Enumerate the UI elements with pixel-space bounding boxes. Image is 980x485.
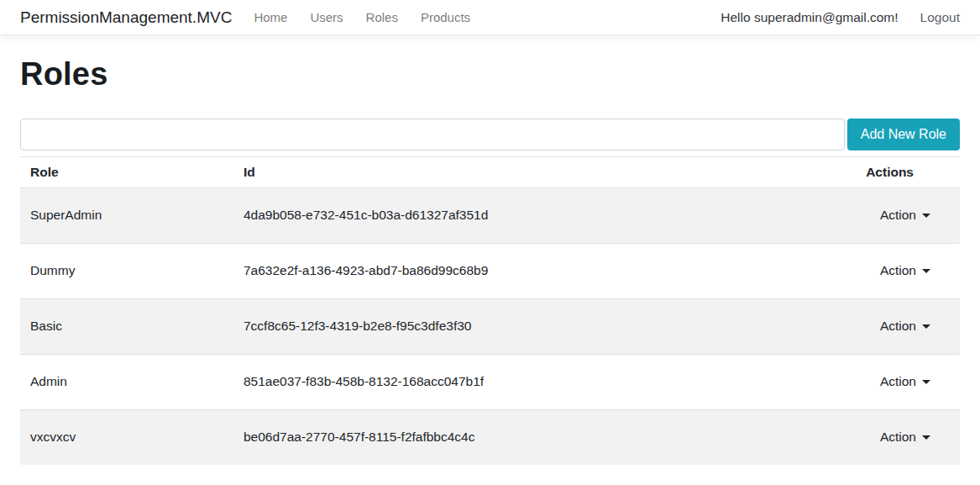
role-actions-cell: Action bbox=[825, 188, 960, 244]
nav-link-roles[interactable]: Roles bbox=[366, 10, 398, 24]
nav-link-users[interactable]: Users bbox=[310, 10, 343, 24]
column-header-id: Id bbox=[233, 157, 825, 188]
nav-link-products[interactable]: Products bbox=[421, 10, 470, 24]
action-dropdown-label: Action bbox=[880, 430, 916, 445]
logout-button[interactable]: Logout bbox=[920, 10, 960, 25]
roles-table: Role Id Actions SuperAdmin 4da9b058-e732… bbox=[20, 156, 960, 465]
app-brand-link[interactable]: PermissionManagement.MVC bbox=[20, 8, 232, 27]
action-dropdown-label: Action bbox=[880, 374, 916, 389]
role-search-input[interactable] bbox=[20, 119, 845, 150]
table-row: Admin 851ae037-f83b-458b-8132-168acc047b… bbox=[20, 355, 960, 410]
role-name-cell: Dummy bbox=[20, 244, 233, 299]
action-dropdown-button[interactable]: Action bbox=[870, 426, 941, 448]
action-dropdown-label: Action bbox=[880, 263, 916, 278]
caret-down-icon bbox=[922, 435, 930, 440]
add-new-role-button[interactable]: Add New Role bbox=[847, 119, 960, 150]
page-title: Roles bbox=[20, 56, 960, 92]
user-greeting-link[interactable]: Hello superadmin@gmail.com! bbox=[721, 10, 898, 25]
role-actions-cell: Action bbox=[825, 244, 960, 299]
action-dropdown-button[interactable]: Action bbox=[870, 260, 941, 282]
role-actions-cell: Action bbox=[825, 299, 960, 355]
role-id-cell: 4da9b058-e732-451c-b03a-d61327af351d bbox=[233, 188, 825, 244]
column-header-role: Role bbox=[20, 157, 233, 188]
roles-toolbar: Add New Role bbox=[20, 119, 960, 150]
role-id-cell: 851ae037-f83b-458b-8132-168acc047b1f bbox=[233, 355, 825, 410]
role-name-cell: Basic bbox=[20, 299, 233, 355]
main-nav: Home Users Roles Products bbox=[254, 10, 470, 24]
action-dropdown-label: Action bbox=[880, 208, 916, 223]
role-name-cell: SuperAdmin bbox=[20, 188, 233, 244]
caret-down-icon bbox=[922, 380, 930, 384]
caret-down-icon bbox=[922, 324, 930, 329]
main-content: Roles Add New Role Role Id Actions Super… bbox=[0, 56, 980, 465]
role-id-cell: be06d7aa-2770-457f-8115-f2fafbbc4c4c bbox=[233, 410, 825, 466]
roles-table-header: Role Id Actions bbox=[20, 157, 960, 188]
role-name-cell: vxcvxcv bbox=[20, 410, 233, 466]
roles-table-body: SuperAdmin 4da9b058-e732-451c-b03a-d6132… bbox=[20, 188, 960, 466]
role-actions-cell: Action bbox=[825, 410, 960, 466]
table-row: Basic 7ccf8c65-12f3-4319-b2e8-f95c3dfe3f… bbox=[20, 299, 960, 355]
column-header-actions: Actions bbox=[825, 157, 960, 188]
role-name-cell: Admin bbox=[20, 355, 233, 410]
role-actions-cell: Action bbox=[825, 355, 960, 410]
top-navbar: PermissionManagement.MVC Home Users Role… bbox=[0, 0, 980, 35]
action-dropdown-button[interactable]: Action bbox=[870, 204, 941, 226]
table-row: Dummy 7a632e2f-a136-4923-abd7-ba86d99c68… bbox=[20, 244, 960, 299]
nav-link-home[interactable]: Home bbox=[254, 10, 287, 24]
action-dropdown-button[interactable]: Action bbox=[870, 315, 941, 337]
table-row: vxcvxcv be06d7aa-2770-457f-8115-f2fafbbc… bbox=[20, 410, 960, 466]
caret-down-icon bbox=[922, 269, 930, 273]
caret-down-icon bbox=[922, 214, 930, 218]
table-row: SuperAdmin 4da9b058-e732-451c-b03a-d6132… bbox=[20, 188, 960, 244]
role-id-cell: 7ccf8c65-12f3-4319-b2e8-f95c3dfe3f30 bbox=[233, 299, 825, 355]
role-id-cell: 7a632e2f-a136-4923-abd7-ba86d99c68b9 bbox=[233, 244, 825, 299]
action-dropdown-button[interactable]: Action bbox=[870, 371, 941, 393]
action-dropdown-label: Action bbox=[880, 319, 916, 334]
